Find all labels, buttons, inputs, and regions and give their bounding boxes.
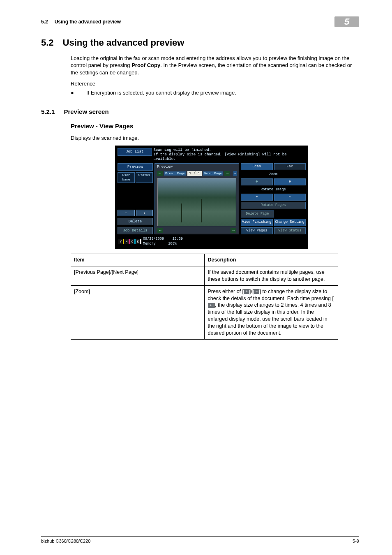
bullet-text: If Encryption is selected, you cannot di… <box>86 89 236 97</box>
zoom-in-button[interactable]: ⊕ <box>274 178 306 185</box>
scroll-down-button[interactable]: ↓ <box>136 210 153 216</box>
user-name-label: User Name <box>118 172 135 183</box>
table-cell-desc: Press either of [+]/[−] to change the di… <box>204 285 338 339</box>
preview-image <box>157 178 236 226</box>
prev-page-button[interactable]: Prev. Page <box>164 171 186 176</box>
toner-levels: Y M C K <box>118 239 141 244</box>
scroll-up-button[interactable]: ↑ <box>118 210 135 216</box>
bullet-icon: ● <box>71 89 76 97</box>
reference-label: Reference <box>71 80 359 88</box>
section-number: 5.2 <box>41 37 54 49</box>
hscroll-left-icon[interactable]: ← <box>157 228 163 233</box>
footer-model: bizhub C360/C280/C220 <box>41 538 90 544</box>
fax-button[interactable]: Fax <box>274 163 306 170</box>
view-status-button[interactable]: View Status <box>274 227 306 234</box>
running-head-title: Using the advanced preview <box>55 18 121 25</box>
vscroll-up-icon[interactable]: ▴ <box>233 171 237 176</box>
subsection-title: Preview screen <box>64 108 108 116</box>
delete-button[interactable]: Delete <box>118 218 153 225</box>
delete-page-button[interactable]: Delete Page <box>241 210 274 217</box>
status-message-line1: Scanning will be finished. <box>154 148 306 153</box>
zoom-out-inline-icon: − <box>254 289 259 294</box>
footer-page-number: 5-9 <box>353 538 359 544</box>
zoom-label: Zoom <box>241 171 306 177</box>
rotate-left-button[interactable]: ↶ <box>241 194 273 201</box>
view-finishing-button[interactable]: View Finishing <box>241 219 273 226</box>
rotate-right-icon: ↷ <box>289 195 291 199</box>
zoom-out-button[interactable]: ⊖ <box>241 178 273 185</box>
toner-m-icon: M <box>124 239 129 244</box>
zoom-desc-part-a: Press either of [ <box>208 289 244 294</box>
running-head-number: 5.2 <box>41 18 48 25</box>
status-tab[interactable]: Status <box>136 172 153 183</box>
table-header-description: Description <box>204 254 338 266</box>
footer-date: 09/29/2009 <box>143 237 164 241</box>
preview-tab[interactable]: Preview <box>118 163 153 171</box>
rotate-pages-button[interactable]: Rotate Pages <box>241 202 306 209</box>
preview-panel-title: Preview <box>155 164 239 170</box>
toner-c-icon: C <box>130 239 135 244</box>
preview-screenshot: Job List Scanning will be finished. If t… <box>115 146 308 249</box>
zoom-desc-part-b: ]/[ <box>249 289 254 294</box>
job-details-button[interactable]: Job Details <box>118 227 153 234</box>
scan-button[interactable]: Scan <box>241 163 273 170</box>
zoom-in-inline-icon-2: + <box>208 303 214 308</box>
table-header-item: Item <box>71 254 204 266</box>
header-rule <box>41 29 359 29</box>
view-pages-button[interactable]: View Pages <box>241 227 273 234</box>
hscroll-right-icon[interactable]: → <box>231 228 236 233</box>
zoom-desc-part-d: ], the display size changes to 2 times, … <box>208 302 331 336</box>
next-arrow-icon[interactable]: → <box>224 171 230 176</box>
table-cell-item: [Zoom] <box>71 285 204 339</box>
rotate-image-label: Rotate Image <box>241 187 306 192</box>
table-cell-desc: If the saved document contains multiple … <box>204 266 338 285</box>
rotate-right-button[interactable]: ↷ <box>274 194 306 201</box>
intro-paragraph: Loading the original in the fax or scan … <box>71 55 359 76</box>
description-table: Item Description [Previous Page]/[Next P… <box>71 254 338 340</box>
zoom-in-icon: ⊕ <box>289 180 291 184</box>
change-setting-button[interactable]: Change Setting <box>274 219 306 226</box>
toner-y-icon: Y <box>118 239 123 244</box>
zoom-in-inline-icon: + <box>244 289 249 294</box>
proof-copy-bold: Proof Copy <box>131 62 160 68</box>
table-row: [Zoom] Press either of [+]/[−] to change… <box>71 285 338 339</box>
footer-memory-label: Memory <box>143 242 156 246</box>
next-page-button[interactable]: Next Page <box>203 171 223 176</box>
sub-subsection-title: Preview - View Pages <box>71 122 359 130</box>
page-counter: 1 / 1 <box>187 171 202 176</box>
chapter-number-tab: 5 <box>334 16 359 27</box>
footer-time: 13:39 <box>172 237 183 241</box>
job-list-button[interactable]: Job List <box>118 148 152 155</box>
footer-memory-value: 100% <box>168 242 176 246</box>
sub-subsection-desc: Displays the scanned image. <box>71 134 359 142</box>
subsection-number: 5.2.1 <box>41 108 55 116</box>
toner-k-icon: K <box>136 239 141 244</box>
prev-arrow-icon[interactable]: ← <box>157 171 163 176</box>
zoom-out-icon: ⊖ <box>256 180 258 184</box>
section-title: Using the advanced preview <box>63 37 184 49</box>
table-cell-item: [Previous Page]/[Next Page] <box>71 266 204 285</box>
status-message-line2: If the display size is changed, [View Fi… <box>154 153 306 162</box>
rotate-left-icon: ↶ <box>256 195 258 199</box>
table-row: [Previous Page]/[Next Page] If the saved… <box>71 266 338 285</box>
